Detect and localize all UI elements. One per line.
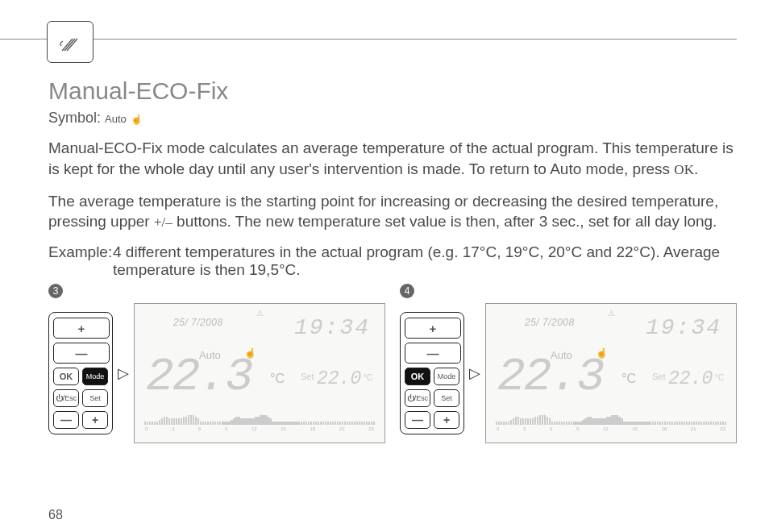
remote-step4: + — OK Mode ⏻/Esc Set — + <box>400 312 464 434</box>
screen-bars: 03691215182123 <box>496 412 726 431</box>
plus-button[interactable]: + <box>405 318 461 339</box>
screen-date: 25/ 7/2008 <box>173 317 223 328</box>
step-badge-4: 4 <box>400 284 414 298</box>
mode-button[interactable]: Mode <box>434 368 459 385</box>
example-block: Example: 4 different temperatures in the… <box>48 243 737 279</box>
symbol-line: Symbol: Auto ☝ <box>48 110 737 127</box>
lower-minus-button[interactable]: — <box>53 411 79 429</box>
symbol-label: Symbol: <box>48 110 101 126</box>
screen-set-label: Set <box>301 372 314 381</box>
paragraph-2: The average temperature is the starting … <box>48 191 737 233</box>
screen-degc-small: °C <box>364 373 372 382</box>
p1-text-a: Manual-ECO-Fix mode calculates an averag… <box>48 139 734 177</box>
minus-button[interactable]: — <box>405 343 461 364</box>
figure-3: 3 + — OK Mode ⏻/Esc Set — + ▷ ⚠ <box>48 303 385 443</box>
screen-time: 19:34 <box>294 315 370 340</box>
example-text: 4 different temperatures in the actual p… <box>113 243 737 279</box>
screen-degc-small: °C <box>715 373 724 382</box>
arrow-icon: ▷ <box>118 364 129 382</box>
lower-minus-button[interactable]: — <box>405 411 430 429</box>
p1-text-b: . <box>694 160 698 177</box>
screen-set-label: Set <box>652 372 666 381</box>
plus-button[interactable]: + <box>53 318 110 339</box>
set-button[interactable]: Set <box>82 389 108 407</box>
figure-4: 4 + — OK Mode ⏻/Esc Set — + ▷ ⚠ <box>400 303 737 443</box>
screen-degc: °C <box>621 372 636 386</box>
ok-button[interactable]: OK <box>405 368 430 385</box>
example-label: Example: <box>48 243 113 279</box>
header-rule <box>0 39 737 39</box>
ok-button[interactable]: OK <box>53 368 79 385</box>
p2-text-b: buttons. The new temperature set value i… <box>173 213 717 230</box>
screen-degc: °C <box>270 372 285 386</box>
screen-set-temp: 22.0 <box>317 368 361 389</box>
symbol-auto-text: Auto <box>105 113 127 125</box>
screen-main-temp: 22.3 <box>146 354 251 401</box>
step-badge-3: 3 <box>48 284 63 298</box>
screen-bars: 03691215182123 <box>144 412 375 431</box>
screen-main-temp: 22.3 <box>497 354 603 401</box>
esc-button[interactable]: ⏻/Esc <box>405 389 430 407</box>
set-button[interactable]: Set <box>434 389 459 407</box>
lower-plus-button[interactable]: + <box>82 411 108 429</box>
plus-minus-text: +/– <box>154 214 173 230</box>
mode-button[interactable]: Mode <box>82 368 108 385</box>
esc-button[interactable]: ⏻/Esc <box>53 389 79 407</box>
remote-step3: + — OK Mode ⏻/Esc Set — + <box>48 312 113 434</box>
arrow-icon: ▷ <box>469 364 480 382</box>
hand-icon: ☝ <box>131 114 143 125</box>
screen-date: 25/ 7/2008 <box>525 317 575 328</box>
lower-plus-button[interactable]: + <box>434 411 459 429</box>
ok-key-text: OK <box>674 162 694 177</box>
alert-icon: ⚠ <box>256 309 264 318</box>
page-number: 68 <box>48 508 63 522</box>
lcd-screen-4: ⚠ 25/ 7/2008 19:34 Auto ☝ 22.3 °C Set 22… <box>485 303 737 443</box>
screen-set-temp: 22.0 <box>668 368 713 389</box>
lcd-screen-3: ⚠ 25/ 7/2008 19:34 Auto ☝ 22.3 °C Set 22… <box>134 303 385 443</box>
screen-time: 19:34 <box>646 315 721 340</box>
paragraph-1: Manual-ECO-Fix mode calculates an averag… <box>48 138 737 180</box>
minus-button[interactable]: — <box>53 343 110 364</box>
page-title: Manual-ECO-Fix <box>48 77 737 105</box>
manual-section-icon <box>47 21 94 63</box>
alert-icon: ⚠ <box>608 309 615 318</box>
